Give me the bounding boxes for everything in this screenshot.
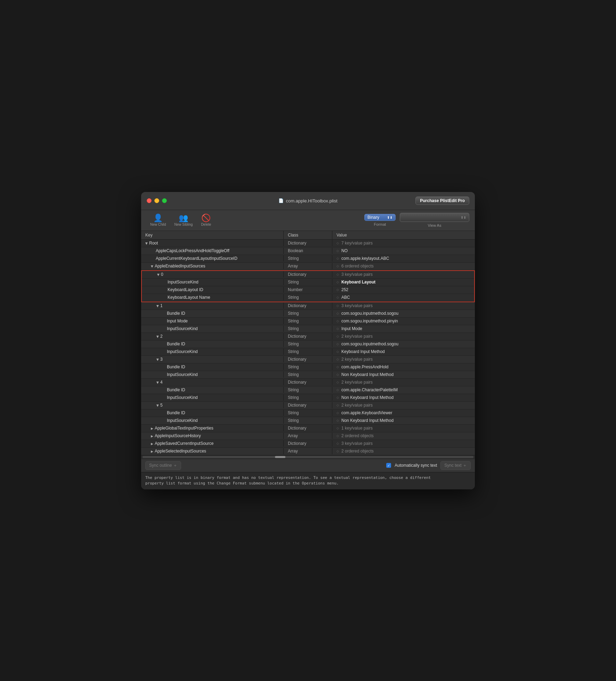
scrollbar-track[interactable]: [143, 456, 473, 458]
table-row[interactable]: ▶AppleSavedCurrentInputSourceDictionary◇…: [141, 440, 475, 448]
red-outline-group: ▶0Dictionary◇3 key/value pairsInputSourc…: [141, 270, 475, 302]
col-value: Value: [332, 231, 475, 239]
table-header: Key Class Value: [141, 231, 475, 240]
table-row[interactable]: ▶AppleGlobalTextInputPropertiesDictionar…: [141, 425, 475, 432]
scrollbar-thumb[interactable]: [275, 456, 285, 458]
new-child-label: New Child: [150, 223, 166, 226]
view-as-dropdown[interactable]: ⬆⬇: [400, 213, 469, 222]
table-row[interactable]: InputSourceKindString◇Keyboard Layout: [142, 279, 474, 286]
new-sibling-label: New Sibling: [175, 223, 193, 226]
format-value: Binary: [367, 215, 379, 220]
delete-button[interactable]: 🚫 Delete: [197, 213, 214, 228]
close-button[interactable]: [147, 198, 152, 203]
table-row[interactable]: Bundle IDString◇com.apple.KeyboardViewer: [141, 409, 475, 417]
status-bar: The property list is in binary format an…: [141, 472, 475, 489]
table-row[interactable]: KeyboardLayout NameString◇ABC: [142, 294, 474, 302]
maximize-button[interactable]: [162, 198, 167, 203]
sync-right: ✓ Automatically sync text Sync text ＋: [386, 461, 471, 470]
table-row[interactable]: Bundle IDString◇com.apple.CharacterPalet…: [141, 386, 475, 394]
col-key: Key: [141, 231, 284, 239]
format-dropdown[interactable]: Binary ⬆⬇: [364, 214, 396, 221]
titlebar: 📄 com.apple.HIToolbox.plist Purchase Pli…: [141, 192, 475, 210]
file-icon: 📄: [278, 198, 284, 203]
table-row[interactable]: AppleCapsLockPressAndHoldToggleOffBoolea…: [141, 247, 475, 255]
table-row[interactable]: Bundle IDString◇com.sogou.inputmethod.so…: [141, 340, 475, 348]
sync-text-button[interactable]: Sync text ＋: [440, 461, 471, 470]
bottom-bar: Sync outline ＋ ✓ Automatically sync text…: [141, 459, 475, 472]
toolbar-right: Binary ⬆⬇ Format ⬆⬇ View As: [364, 213, 469, 227]
table-row[interactable]: ▶3Dictionary◇2 key/value pairs: [141, 356, 475, 363]
table-row[interactable]: InputSourceKindString◇Non Keyboard Input…: [141, 394, 475, 402]
auto-sync-label: Automatically sync text: [395, 463, 437, 468]
col-class: Class: [284, 231, 332, 239]
table-row[interactable]: ▶0Dictionary◇3 key/value pairs: [142, 271, 474, 279]
window-title: com.apple.HIToolbox.plist: [286, 198, 337, 203]
table-row[interactable]: Bundle IDString◇com.apple.PressAndHold: [141, 363, 475, 371]
traffic-lights: [147, 198, 167, 203]
new-child-button[interactable]: 👤 New Child: [147, 213, 170, 228]
table-row[interactable]: ▶AppleSelectedInputSourcesArray◇2 ordere…: [141, 448, 475, 455]
table-row[interactable]: ▶RootDictionary◇7 key/value pairs: [141, 240, 475, 247]
view-as-section: ⬆⬇ View As: [400, 213, 469, 227]
table-row[interactable]: Bundle IDString◇com.sogou.inputmethod.so…: [141, 310, 475, 318]
status-line-1: The property list is in binary format an…: [145, 475, 471, 481]
table-row[interactable]: AppleCurrentKeyboardLayoutInputSourceIDS…: [141, 255, 475, 263]
table-row[interactable]: InputSourceKindString◇Keyboard Input Met…: [141, 348, 475, 356]
sync-outline-button[interactable]: Sync outline ＋: [145, 461, 181, 470]
format-label: Format: [374, 222, 386, 226]
table-row[interactable]: ▶2Dictionary◇2 key/value pairs: [141, 333, 475, 340]
format-section: Binary ⬆⬇ Format: [364, 214, 396, 226]
main-window: 📄 com.apple.HIToolbox.plist Purchase Pli…: [141, 192, 475, 489]
purchase-button[interactable]: Purchase PlistEdit Pro: [415, 197, 469, 205]
view-as-label: View As: [428, 223, 441, 227]
toolbar: 👤 New Child 👥 New Sibling 🚫 Delete Binar…: [141, 210, 475, 231]
table-row[interactable]: ▶1Dictionary◇3 key/value pairs: [141, 302, 475, 310]
format-dropdown-arrow: ⬆⬇: [387, 216, 392, 219]
table-row[interactable]: ▶5Dictionary◇2 key/value pairs: [141, 402, 475, 409]
table-row[interactable]: ▶AppleInputSourceHistoryArray◇2 ordered …: [141, 432, 475, 440]
auto-sync-checkbox[interactable]: ✓: [386, 463, 391, 468]
new-sibling-button[interactable]: 👥 New Sibling: [171, 213, 196, 228]
table-row[interactable]: InputSourceKindString◇Input Mode: [141, 325, 475, 333]
minimize-button[interactable]: [154, 198, 159, 203]
table-row[interactable]: Input ModeString◇com.sogou.inputmethod.p…: [141, 318, 475, 325]
table-row[interactable]: ▶AppleEnabledInputSourcesArray◇6 ordered…: [141, 263, 475, 270]
status-line-2: property list format using the Change Fo…: [145, 481, 471, 487]
table-row[interactable]: InputSourceKindString◇Non Keyboard Input…: [141, 417, 475, 425]
format-select-row: Binary ⬆⬇: [364, 214, 396, 221]
new-child-icon: 👤: [153, 214, 163, 222]
new-sibling-icon: 👥: [179, 214, 188, 222]
table-row[interactable]: KeyboardLayout IDNumber◇252: [142, 286, 474, 294]
delete-label: Delete: [201, 223, 211, 226]
view-as-arrow: ⬆⬇: [461, 216, 466, 219]
table-body[interactable]: ▶RootDictionary◇7 key/value pairsAppleCa…: [141, 240, 475, 455]
table-row[interactable]: ▶4Dictionary◇2 key/value pairs: [141, 379, 475, 386]
delete-icon: 🚫: [201, 214, 211, 222]
scrollbar[interactable]: [141, 455, 475, 459]
table-row[interactable]: InputSourceKindString◇Non Keyboard Input…: [141, 371, 475, 379]
window-title-area: 📄 com.apple.HIToolbox.plist: [278, 198, 337, 203]
